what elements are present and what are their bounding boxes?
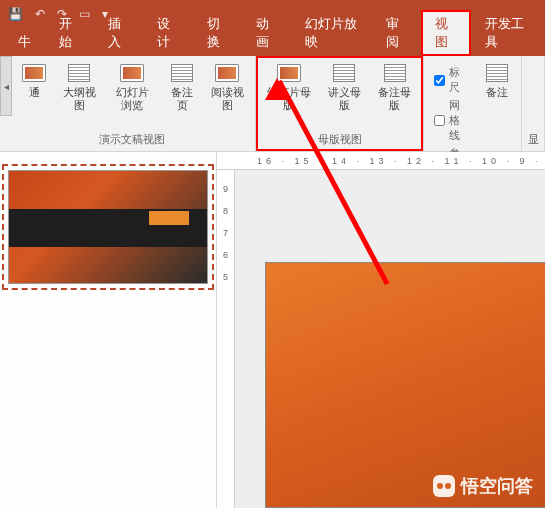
workspace: 16 · 15 · 14 · 13 · 12 · 11 · 10 · 9 · 8… [0, 152, 545, 508]
thumb-content-accent [149, 211, 189, 225]
sorter-icon [120, 64, 144, 82]
tab-review[interactable]: 审阅 [372, 10, 421, 56]
slide-canvas[interactable] [265, 262, 545, 508]
tab-file[interactable]: 牛 [4, 28, 45, 56]
outline-view-icon [68, 64, 90, 82]
watermark-text: 悟空问答 [461, 474, 533, 498]
tab-view[interactable]: 视图 [421, 10, 470, 56]
outline-view-button[interactable]: 大纲视图 [58, 60, 101, 114]
ribbon: ◂ 通 大纲视图 幻灯片浏览 备注页 阅读视图 演示文稿 [0, 56, 545, 152]
tab-slideshow[interactable]: 幻灯片放映 [291, 10, 372, 56]
slide-master-icon [277, 64, 301, 82]
ruler-checkbox[interactable]: 标尺 [430, 64, 473, 96]
notes-toggle-icon [486, 64, 508, 82]
undo-icon[interactable]: ↶ [35, 7, 45, 21]
save-icon[interactable]: 💾 [8, 7, 23, 21]
collapse-pane-handle[interactable]: ◂ [0, 56, 12, 116]
watermark-logo-icon [433, 475, 455, 497]
redo-icon[interactable]: ↷ [57, 7, 67, 21]
thumbnail-pane[interactable] [0, 152, 217, 508]
qat-more-icon[interactable]: ▾ [102, 7, 108, 21]
tab-developer[interactable]: 开发工具 [471, 10, 541, 56]
watermark: 悟空问答 [433, 474, 533, 498]
reading-view-icon [215, 64, 239, 82]
reading-view-button[interactable]: 阅读视图 [206, 60, 249, 114]
group-show: 标尺 网格线 参考线 备注 显示 [424, 56, 522, 151]
slide-master-button[interactable]: 幻灯片母版 [262, 60, 316, 114]
normal-view-icon [22, 64, 46, 82]
group-zoom-partial: 显 [522, 56, 545, 151]
tab-transitions[interactable]: 切换 [193, 10, 242, 56]
normal-view-button[interactable]: 通 [16, 60, 52, 101]
handout-master-icon [333, 64, 355, 82]
tab-design[interactable]: 设计 [143, 10, 192, 56]
slide-edit-pane: 16 · 15 · 14 · 13 · 12 · 11 · 10 · 9 · 8… [217, 152, 545, 508]
notes-toggle-button[interactable]: 备注 [479, 60, 515, 101]
ribbon-tabs: 牛 开始 插入 设计 切换 动画 幻灯片放映 审阅 视图 开发工具 [0, 28, 545, 56]
slide-sorter-button[interactable]: 幻灯片浏览 [107, 60, 158, 114]
group-presentation-views: 通 大纲视图 幻灯片浏览 备注页 阅读视图 演示文稿视图 [0, 56, 256, 151]
notes-page-button[interactable]: 备注页 [164, 60, 200, 114]
gridlines-checkbox[interactable]: 网格线 [430, 97, 473, 144]
group-master-views: 幻灯片母版 讲义母版 备注母版 母版视图 [256, 56, 425, 151]
slideshow-start-icon[interactable]: ▭ [79, 7, 90, 21]
notes-master-button[interactable]: 备注母版 [373, 60, 418, 114]
group-label-presentation-views: 演示文稿视图 [16, 130, 249, 149]
tab-animations[interactable]: 动画 [242, 10, 291, 56]
handout-master-button[interactable]: 讲义母版 [322, 60, 367, 114]
slide-thumbnail-1[interactable] [8, 170, 208, 284]
notes-master-icon [384, 64, 406, 82]
horizontal-ruler[interactable]: 16 · 15 · 14 · 13 · 12 · 11 · 10 · 9 · 8 [217, 152, 545, 170]
notes-page-icon [171, 64, 193, 82]
vertical-ruler[interactable]: 9 8 7 6 5 [217, 170, 235, 508]
group-label-master-views: 母版视图 [262, 130, 418, 149]
